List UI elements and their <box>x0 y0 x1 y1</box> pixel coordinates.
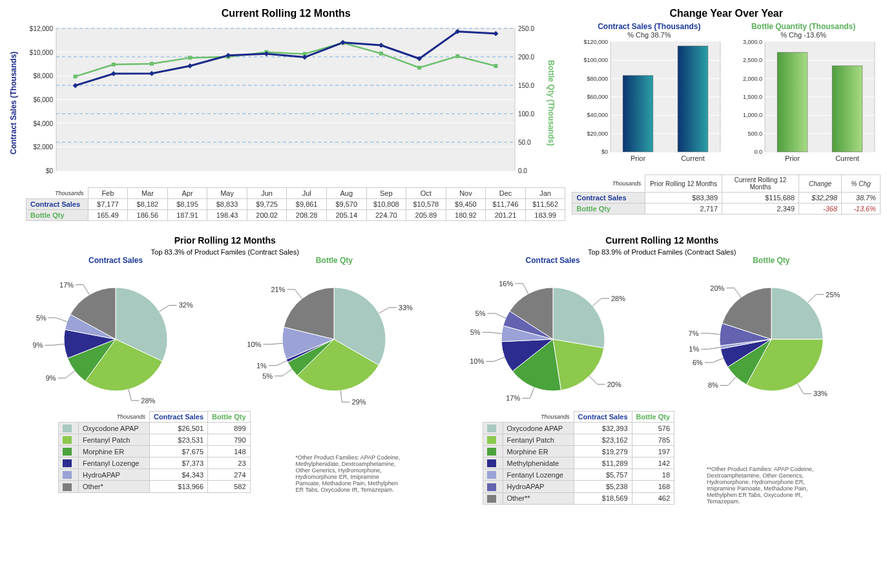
svg-text:150.0: 150.0 <box>518 82 534 89</box>
svg-text:$120,000: $120,000 <box>583 39 608 45</box>
svg-text:$10,000: $10,000 <box>30 49 54 56</box>
svg-text:16%: 16% <box>499 280 513 288</box>
svg-text:100.0: 100.0 <box>518 110 534 118</box>
svg-rect-37 <box>494 64 497 68</box>
line-ylabel-right: Bottle Qty (Thousands) <box>544 22 558 184</box>
svg-text:1%: 1% <box>689 345 699 353</box>
prior-pie-cs-title: Contract Sales <box>89 256 143 265</box>
current-title: Current Rolling 12 Months <box>444 235 881 246</box>
current-pie-cs-title: Contract Sales <box>526 256 580 265</box>
prior-pie-contract-sales: 32%28%9%9%5%17% <box>19 265 213 407</box>
current-product-table: ThousandsContract SalesBottle QtyOxycodo… <box>483 411 675 505</box>
current-footnote: **Other Product Families: APAP Codeine, … <box>707 466 817 505</box>
svg-text:$40,000: $40,000 <box>587 112 608 118</box>
current-pie-contract-sales: 28%20%17%10%5%5%16% <box>456 265 650 407</box>
svg-text:5%: 5% <box>470 328 480 336</box>
svg-text:32%: 32% <box>179 301 193 309</box>
yoy-panel-cs-sub: % Chg 38.7% <box>627 31 671 39</box>
svg-text:20%: 20% <box>710 284 724 292</box>
svg-text:$6,000: $6,000 <box>33 96 53 103</box>
svg-text:21%: 21% <box>271 286 286 293</box>
svg-text:0.0: 0.0 <box>518 167 527 174</box>
svg-text:$2,000: $2,000 <box>33 143 53 151</box>
svg-text:1%: 1% <box>256 362 267 370</box>
yoy-panel-bq-sub: % Chg -13.6% <box>780 31 826 39</box>
current-pie-bottle-qty: 25%33%8%6%1%7%20% <box>674 265 868 407</box>
svg-text:250.0: 250.0 <box>518 25 534 32</box>
svg-text:17%: 17% <box>506 394 520 402</box>
svg-text:5%: 5% <box>36 314 47 322</box>
prior-subtitle: Top 83.3% of Product Familes (Contract S… <box>6 248 444 256</box>
svg-rect-36 <box>455 54 459 58</box>
prior-footnote: *Other Product Families: APAP Codeine, M… <box>296 454 406 493</box>
rolling12-title: Current Rolling 12 Months <box>6 8 565 19</box>
svg-text:28%: 28% <box>611 295 625 302</box>
line-ylabel-left: Contract Sales (Thousands) <box>6 22 21 184</box>
svg-text:1,500.0: 1,500.0 <box>743 94 762 100</box>
svg-text:200.0: 200.0 <box>518 54 534 61</box>
svg-text:500.0: 500.0 <box>747 131 762 137</box>
svg-text:20%: 20% <box>607 381 621 388</box>
yoy-table: ThousandsPrior Rolling 12 MonthsCurrent … <box>572 174 881 215</box>
svg-rect-28 <box>150 62 154 66</box>
svg-text:29%: 29% <box>352 398 366 406</box>
svg-text:5%: 5% <box>475 310 485 317</box>
svg-rect-72 <box>777 52 808 152</box>
svg-rect-35 <box>417 66 421 70</box>
rolling12-table: ThousandsFebMarAprMayJunJulAugSepOctNovD… <box>26 187 565 221</box>
svg-rect-55 <box>678 46 708 152</box>
svg-text:1,000.0: 1,000.0 <box>743 112 762 118</box>
svg-text:10%: 10% <box>470 357 484 365</box>
svg-text:Prior: Prior <box>631 154 646 162</box>
svg-text:Prior: Prior <box>784 154 800 162</box>
svg-rect-27 <box>112 63 116 67</box>
svg-text:$8,000: $8,000 <box>33 72 53 79</box>
svg-text:$20,000: $20,000 <box>587 131 608 137</box>
yoy-bar-contract-sales: $0$20,000$40,000$60,000$80,000$100,000$1… <box>575 39 724 168</box>
svg-text:$12,000: $12,000 <box>30 25 54 32</box>
prior-product-table: ThousandsContract SalesBottle QtyOxycodo… <box>58 411 251 493</box>
svg-text:$100,000: $100,000 <box>583 57 608 63</box>
svg-text:$0: $0 <box>46 167 54 174</box>
current-subtitle: Top 83.9% of Product Familes (Contract S… <box>444 248 881 256</box>
svg-text:6%: 6% <box>693 359 703 366</box>
svg-text:8%: 8% <box>708 381 718 389</box>
prior-pie-bottle-qty: 33%29%5%1%10%21% <box>237 265 431 407</box>
svg-text:0.0: 0.0 <box>754 149 762 155</box>
svg-text:Current: Current <box>681 154 705 162</box>
svg-text:25%: 25% <box>826 291 840 299</box>
svg-text:$4,000: $4,000 <box>33 120 53 127</box>
svg-text:$0: $0 <box>601 149 608 155</box>
svg-text:9%: 9% <box>46 374 56 382</box>
svg-rect-74 <box>832 66 862 152</box>
svg-rect-34 <box>379 52 383 56</box>
svg-text:9%: 9% <box>33 341 43 349</box>
svg-text:10%: 10% <box>247 341 262 348</box>
rolling12-line-chart: $0$2,000$4,000$6,000$8,000$10,000$12,000… <box>21 22 544 184</box>
svg-rect-53 <box>623 76 653 152</box>
svg-text:2,500.0: 2,500.0 <box>743 57 762 63</box>
prior-pie-bq-title: Bottle Qty <box>316 256 353 265</box>
svg-rect-26 <box>74 74 78 78</box>
svg-text:3,000.0: 3,000.0 <box>743 39 762 45</box>
svg-rect-29 <box>188 56 192 59</box>
svg-text:17%: 17% <box>59 281 74 289</box>
prior-title: Prior Rolling 12 Months <box>6 235 444 246</box>
svg-text:33%: 33% <box>813 390 828 397</box>
svg-text:7%: 7% <box>688 330 698 337</box>
svg-text:Current: Current <box>835 154 859 162</box>
svg-text:5%: 5% <box>263 372 273 380</box>
svg-text:$80,000: $80,000 <box>587 76 608 82</box>
yoy-bar-bottle-qty: 0.0500.01,000.01,500.02,000.02,500.03,00… <box>729 39 878 168</box>
svg-text:33%: 33% <box>399 304 413 311</box>
yoy-panel-bq-title: Bottle Quantity (Thousands) <box>751 22 855 31</box>
svg-text:50.0: 50.0 <box>518 139 531 146</box>
svg-text:2,000.0: 2,000.0 <box>743 76 762 82</box>
yoy-title: Change Year Over Year <box>572 8 881 19</box>
yoy-panel-cs-title: Contract Sales (Thousands) <box>598 22 700 31</box>
svg-text:28%: 28% <box>141 397 155 404</box>
current-pie-bq-title: Bottle Qty <box>753 256 789 265</box>
svg-text:$60,000: $60,000 <box>587 94 608 100</box>
